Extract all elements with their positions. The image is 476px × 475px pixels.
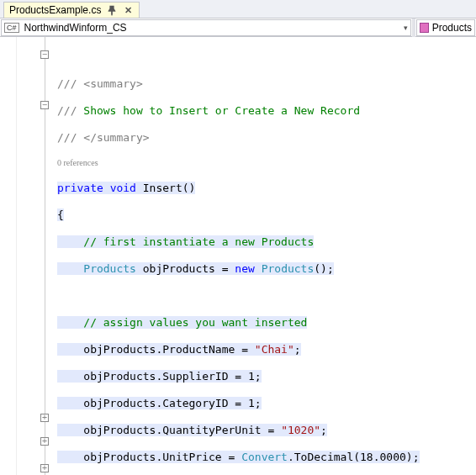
line: objProducts.UnitPrice = Convert.ToDecima…	[57, 451, 469, 464]
line: objProducts.SupplierID = 1;	[57, 370, 469, 383]
line: objProducts.CategoryID = 1;	[57, 397, 469, 410]
line: /// Shows how to Insert or Create a New …	[57, 104, 469, 118]
divider	[412, 18, 415, 37]
line: // first instantiate a new Products	[57, 235, 469, 249]
line: private void Insert()	[57, 182, 469, 195]
tab-bar: ProductsExample.cs ✕	[0, 0, 476, 18]
tab-filename: ProductsExample.cs	[9, 4, 101, 16]
outline-margin	[0, 37, 17, 475]
line: Products objProducts = new Products();	[57, 262, 469, 276]
line: objProducts.QuantityPerUnit = "1020";	[57, 424, 469, 437]
navigation-bar: C# NorthwindWinform_CS ▾ Products	[0, 18, 476, 37]
file-tab[interactable]: ProductsExample.cs ✕	[3, 2, 140, 18]
close-icon[interactable]: ✕	[123, 6, 134, 15]
line	[57, 289, 469, 303]
method-icon	[420, 23, 429, 33]
line: // assign values you want inserted	[57, 316, 469, 330]
pin-icon[interactable]	[106, 4, 118, 16]
cs-badge-icon: C#	[4, 23, 19, 33]
member-text: Products	[432, 22, 472, 34]
chevron-down-icon: ▾	[404, 24, 408, 32]
line: {	[57, 208, 469, 222]
fold-toggle[interactable]: +	[40, 437, 49, 446]
line: objProducts.ProductName = "Chai";	[57, 343, 469, 356]
code-area[interactable]: /// <summary> /// Shows how to Insert or…	[50, 37, 476, 475]
namespace-dropdown[interactable]: C# NorthwindWinform_CS ▾	[1, 19, 411, 36]
member-dropdown[interactable]: Products	[416, 19, 475, 36]
namespace-text: NorthwindWinform_CS	[24, 22, 127, 34]
line: /// <summary>	[57, 77, 469, 91]
fold-toggle[interactable]: +	[40, 464, 49, 472]
line: /// </summary>	[57, 131, 469, 145]
codelens[interactable]: 0 references	[57, 158, 469, 168]
fold-toggle[interactable]: −	[40, 101, 49, 109]
code-editor[interactable]: − − + + + + /// <summary> /// Shows how …	[0, 37, 476, 475]
fold-toggle[interactable]: +	[40, 414, 49, 422]
fold-toggle[interactable]: −	[40, 50, 49, 59]
gutter: − − + + + +	[17, 37, 50, 475]
line	[57, 50, 469, 64]
